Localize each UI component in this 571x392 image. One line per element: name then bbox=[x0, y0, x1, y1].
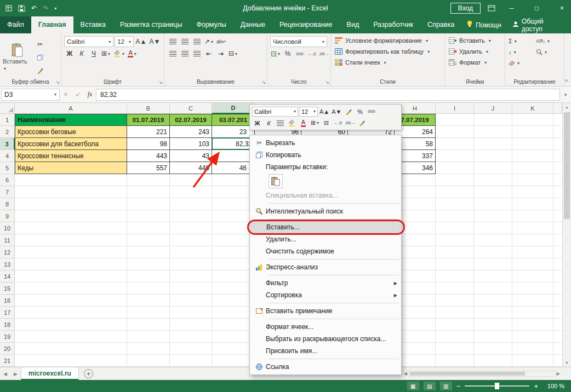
horizontal-scrollbar[interactable]: ◀ ▶ bbox=[404, 371, 571, 377]
minimize-button[interactable]: ─ bbox=[503, 0, 521, 16]
mini-font-name-select[interactable]: Calibri▾ bbox=[252, 107, 298, 117]
undo-icon[interactable]: ↶ bbox=[31, 4, 37, 12]
page-break-view-icon[interactable]: ▥ bbox=[440, 382, 452, 390]
font-color-icon[interactable]: А bbox=[298, 118, 309, 128]
cell-A5[interactable]: Кеды bbox=[15, 162, 127, 174]
tab-Файл[interactable]: Файл bbox=[0, 16, 31, 33]
row-header-17[interactable]: 17 bbox=[0, 307, 15, 319]
align-bottom-icon[interactable] bbox=[191, 36, 202, 47]
row-header-3[interactable]: 3 bbox=[0, 138, 15, 150]
align-top-icon[interactable] bbox=[167, 36, 178, 47]
merge-center-icon[interactable]: ⊟▾ bbox=[227, 48, 238, 59]
center-align-icon[interactable] bbox=[275, 118, 286, 128]
format-painter-icon[interactable] bbox=[343, 106, 353, 117]
cell-D5[interactable]: 46 bbox=[212, 162, 255, 174]
menu-item-filter[interactable]: Фильтр▶ bbox=[250, 277, 401, 289]
font-size-select[interactable]: 12▾ bbox=[115, 36, 134, 47]
menu-item-quick-analysis[interactable]: Экспресс-анализ bbox=[250, 261, 401, 273]
cell-B5[interactable]: 557 bbox=[127, 162, 170, 174]
tab-Справка[interactable]: Справка bbox=[420, 16, 461, 33]
dialog-launcher-icon[interactable]: ↘ bbox=[158, 79, 163, 85]
sheet-tab-microexcel[interactable]: microexcel.ru bbox=[21, 367, 79, 380]
column-header-A[interactable]: A bbox=[15, 103, 127, 114]
shrink-font-icon[interactable]: А▼ bbox=[331, 106, 342, 117]
cancel-icon[interactable]: × bbox=[60, 91, 72, 99]
vertical-scroll-track[interactable] bbox=[563, 111, 571, 359]
select-all-corner[interactable] bbox=[0, 103, 15, 114]
mini-italic-button[interactable]: К bbox=[264, 118, 274, 128]
cell-styles-button[interactable]: Стили ячеек▾ bbox=[333, 57, 442, 68]
tab-Главная[interactable]: Главная bbox=[31, 16, 73, 33]
fill-color-icon[interactable]: ▾ bbox=[112, 48, 125, 59]
cell-B2[interactable]: 221 bbox=[127, 126, 170, 138]
app-menu-icon[interactable] bbox=[5, 5, 12, 11]
grow-font-icon[interactable]: А▲ bbox=[135, 36, 147, 47]
row-header-2[interactable]: 2 bbox=[0, 126, 15, 138]
menu-item-clear-contents[interactable]: Очистить содержимое bbox=[250, 245, 401, 257]
fill-color-icon[interactable] bbox=[287, 118, 297, 128]
increase-decimal-icon[interactable]: ←,0 bbox=[306, 48, 317, 59]
tab-Разметка страницы[interactable]: Разметка страницы bbox=[113, 16, 189, 33]
borders-icon[interactable]: ⊞▾ bbox=[310, 118, 320, 128]
zoom-slider-thumb[interactable] bbox=[495, 383, 499, 389]
copy-button[interactable] bbox=[35, 52, 45, 63]
cell-C4[interactable]: 43 bbox=[170, 150, 212, 162]
comma-style-icon[interactable]: 000 bbox=[366, 106, 376, 117]
close-button[interactable]: × bbox=[553, 0, 571, 16]
column-header-D[interactable]: D bbox=[212, 103, 255, 114]
row-header-7[interactable]: 7 bbox=[0, 186, 15, 198]
zoom-slider[interactable] bbox=[465, 385, 529, 387]
menu-item-smart-lookup[interactable]: Интеллектуальный поиск bbox=[250, 205, 401, 217]
brush-icon[interactable] bbox=[357, 118, 367, 128]
row-header-1[interactable]: 1 bbox=[0, 114, 15, 126]
increase-indent-icon[interactable]: ⇥ bbox=[215, 48, 226, 59]
decrease-decimal-icon[interactable]: ,00→ bbox=[318, 48, 329, 59]
tell-me-item[interactable]: Помощн bbox=[461, 20, 506, 30]
cell-A4[interactable]: Кроссовки теннисные bbox=[15, 150, 127, 162]
page-layout-view-icon[interactable]: ▤ bbox=[424, 382, 436, 390]
row-header-19[interactable]: 19 bbox=[0, 331, 15, 343]
cell-C3[interactable]: 103 bbox=[170, 138, 212, 150]
decrease-indent-icon[interactable]: ⇤ bbox=[203, 48, 214, 59]
row-header-13[interactable]: 13 bbox=[0, 258, 15, 270]
format-painter-button[interactable] bbox=[35, 65, 45, 76]
mini-bold-button[interactable]: Ж bbox=[252, 118, 262, 128]
vertical-scroll-thumb[interactable] bbox=[564, 112, 570, 219]
number-format-select[interactable]: Числовой▾ bbox=[270, 36, 327, 47]
align-right-icon[interactable] bbox=[191, 48, 202, 59]
name-box[interactable]: D3▾ bbox=[1, 89, 60, 101]
zoom-level[interactable]: 100 % bbox=[543, 383, 564, 389]
redo-icon[interactable]: ↷ bbox=[43, 4, 48, 12]
scroll-up-icon[interactable]: ▲ bbox=[565, 103, 569, 111]
sort-filter-button[interactable]: АЯ↓▾ bbox=[536, 36, 561, 46]
zoom-out-icon[interactable]: − bbox=[456, 382, 461, 390]
formula-input[interactable]: 82,32 bbox=[96, 89, 560, 101]
sheet-nav-right-icon[interactable]: ▶ bbox=[10, 371, 21, 377]
insert-function-icon[interactable]: fx bbox=[84, 90, 96, 99]
row-header-15[interactable]: 15 bbox=[0, 283, 15, 295]
column-header-C[interactable]: C bbox=[170, 103, 212, 114]
menu-item-link[interactable]: Ссылка bbox=[250, 361, 401, 373]
menu-item-delete[interactable]: Удалить... bbox=[250, 233, 401, 245]
horizontal-scroll-thumb[interactable] bbox=[410, 372, 525, 376]
cell-C2[interactable]: 243 bbox=[170, 126, 212, 138]
cell-C5[interactable]: 446 bbox=[170, 162, 212, 174]
comma-style-icon[interactable]: 000 bbox=[294, 48, 305, 59]
align-left-icon[interactable] bbox=[167, 48, 178, 59]
expand-formula-bar-icon[interactable]: ▾ bbox=[560, 92, 571, 97]
format-as-table-button[interactable]: Форматировать как таблицу▾ bbox=[333, 46, 442, 57]
align-middle-icon[interactable] bbox=[179, 36, 190, 47]
hscroll-right-icon[interactable]: ▶ bbox=[557, 371, 560, 376]
hscroll-left-icon[interactable]: ◀ bbox=[404, 371, 407, 376]
collapse-ribbon-icon[interactable]: ^ bbox=[565, 79, 568, 85]
horizontal-scroll-track[interactable] bbox=[408, 371, 556, 377]
tab-Вид[interactable]: Вид bbox=[340, 16, 367, 33]
signin-button[interactable]: Вход bbox=[450, 3, 481, 14]
tab-Рецензирование[interactable]: Рецензирование bbox=[272, 16, 340, 33]
tab-Разработчик[interactable]: Разработчик bbox=[366, 16, 420, 33]
row-header-9[interactable]: 9 bbox=[0, 210, 15, 222]
format-cells-button[interactable]: Формат▾ bbox=[447, 57, 503, 68]
conditional-formatting-button[interactable]: Условное форматирование▾ bbox=[333, 35, 442, 46]
cell-A2[interactable]: Кроссовки беговые bbox=[15, 126, 127, 138]
menu-item-cut[interactable]: ✂Вырезать bbox=[250, 137, 401, 149]
